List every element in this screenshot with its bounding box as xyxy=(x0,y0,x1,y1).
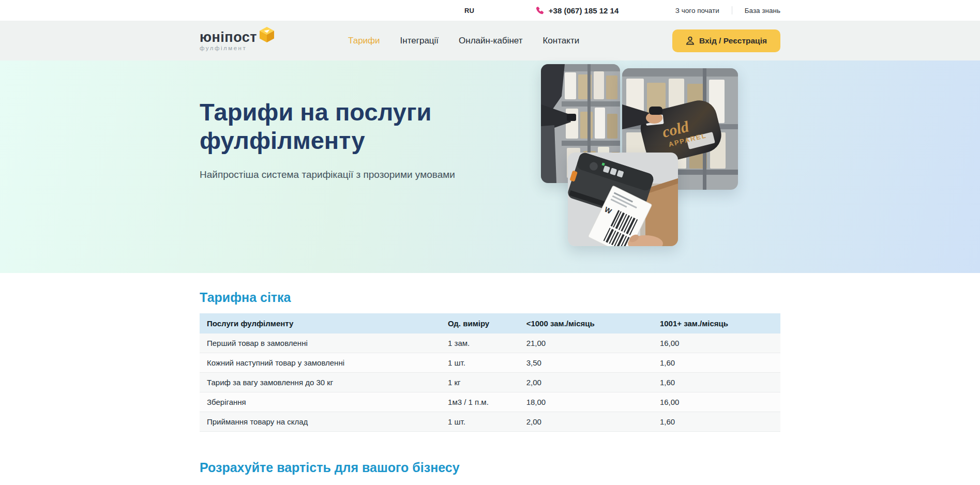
table-row: Кожний наступний товар у замовленні 1 шт… xyxy=(200,353,780,373)
cell-price-low: 3,50 xyxy=(519,353,653,373)
col-header-unit: Од. виміру xyxy=(441,313,519,334)
logo-tagline: фулфілмент xyxy=(200,45,257,51)
primary-nav: Тарифи Інтеграції Онлайн-кабінет Контакт… xyxy=(348,36,579,46)
hero-photo-collage: cold APPAREL xyxy=(536,60,780,273)
cell-service: Кожний наступний товар у замовленні xyxy=(200,353,441,373)
cell-unit: 1 зам. xyxy=(441,334,519,353)
table-row: Перший товар в замовленні 1 зам. 21,00 1… xyxy=(200,334,780,353)
hero-section: Тарифи на послуги фулфілменту Найпростіш… xyxy=(0,60,980,273)
phone-icon xyxy=(535,6,544,15)
cell-unit: 1 шт. xyxy=(441,353,519,373)
nav-item-tariffs[interactable]: Тарифи xyxy=(348,36,380,46)
page-title: Тарифи на послуги фулфілменту xyxy=(200,98,479,155)
cell-service: Зберігання xyxy=(200,392,441,412)
pricing-heading: Тарифна сітка xyxy=(200,290,780,305)
link-knowledge-base[interactable]: База знань xyxy=(745,7,780,14)
cell-unit: 1м3 / 1 п.м. xyxy=(441,392,519,412)
phone-link[interactable]: +38 (067) 185 12 14 xyxy=(535,6,619,15)
nav-item-contacts[interactable]: Контакти xyxy=(542,36,579,46)
cell-price-high: 1,60 xyxy=(653,353,780,373)
hero-subtitle: Найпростіша система тарифікації з прозор… xyxy=(200,169,479,180)
col-header-service: Послуги фулфілменту xyxy=(200,313,441,334)
main-header: юніпост фулфілмент Тарифи Інтеграції Онл… xyxy=(0,21,980,60)
calculator-section: Розрахуйте вартість для вашого бізнесу xyxy=(0,460,980,475)
tariff-table-header-row: Послуги фулфілменту Од. виміру <1000 зам… xyxy=(200,313,780,334)
top-utility-bar: RU +38 (067) 185 12 14 З чого почати Баз… xyxy=(0,0,980,21)
login-register-button[interactable]: Вхід / Реєстрація xyxy=(672,29,780,52)
topbar-divider xyxy=(732,6,732,14)
table-row: Тариф за вагу замовлення до 30 кг 1 кг 2… xyxy=(200,373,780,392)
cell-unit: 1 кг xyxy=(441,373,519,392)
cell-price-low: 2,00 xyxy=(519,373,653,392)
cell-service: Перший товар в замовленні xyxy=(200,334,441,353)
phone-number: +38 (067) 185 12 14 xyxy=(549,6,619,15)
cell-price-low: 18,00 xyxy=(519,392,653,412)
user-icon xyxy=(686,36,695,45)
cell-price-low: 2,00 xyxy=(519,412,653,432)
col-header-over-1001: 1001+ зам./місяць xyxy=(653,313,780,334)
link-getting-started[interactable]: З чого почати xyxy=(675,7,719,14)
logo-wordmark: юніпост xyxy=(200,31,257,44)
cell-service: Приймання товару на склад xyxy=(200,412,441,432)
login-register-label: Вхід / Реєстрація xyxy=(699,36,767,46)
nav-item-integrations[interactable]: Інтеграції xyxy=(400,36,439,46)
cell-price-high: 16,00 xyxy=(653,334,780,353)
language-switcher[interactable]: RU xyxy=(464,7,474,14)
cell-price-high: 1,60 xyxy=(653,412,780,432)
cell-unit: 1 шт. xyxy=(441,412,519,432)
cube-logo-icon xyxy=(259,26,275,45)
pricing-section: Тарифна сітка Послуги фулфілменту Од. ви… xyxy=(0,273,980,432)
col-header-under-1000: <1000 зам./місяць xyxy=(519,313,653,334)
label-printer-photo: W xyxy=(568,153,678,246)
table-row: Зберігання 1м3 / 1 п.м. 18,00 16,00 xyxy=(200,392,780,412)
nav-item-online-cabinet[interactable]: Онлайн-кабінет xyxy=(459,36,522,46)
cell-price-high: 16,00 xyxy=(653,392,780,412)
cell-service: Тариф за вагу замовлення до 30 кг xyxy=(200,373,441,392)
cell-price-high: 1,60 xyxy=(653,373,780,392)
table-row: Приймання товару на склад 1 шт. 2,00 1,6… xyxy=(200,412,780,432)
cell-price-low: 21,00 xyxy=(519,334,653,353)
calculator-heading: Розрахуйте вартість для вашого бізнесу xyxy=(200,460,780,475)
logo[interactable]: юніпост фулфілмент xyxy=(200,31,275,51)
tariff-table: Послуги фулфілменту Од. виміру <1000 зам… xyxy=(200,313,780,432)
